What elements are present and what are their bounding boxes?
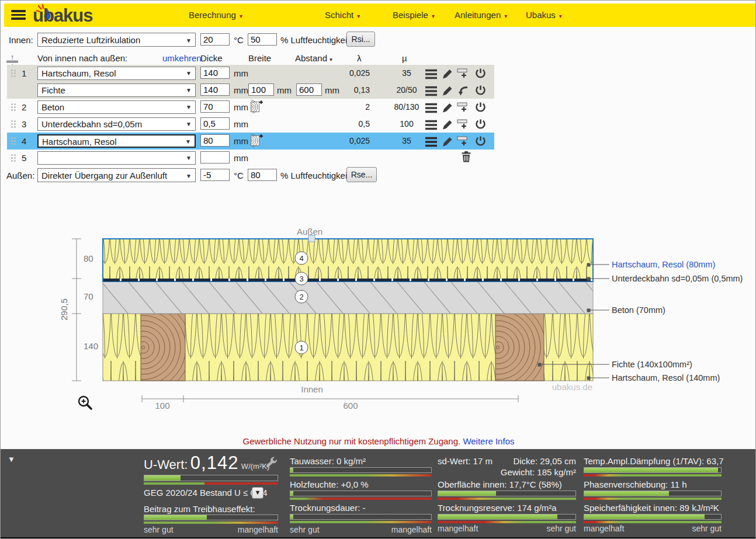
thickness-input-row3[interactable] [200,117,230,130]
layer4-insulation-selected[interactable] [103,239,593,281]
umkehren-link[interactable]: umkehren [162,53,202,63]
mm-unit: mm [277,85,292,95]
drag-handle[interactable] [11,69,13,71]
add-layer-icon[interactable] [457,102,470,113]
material-select-row1b[interactable]: Fichte ▼ [37,84,196,97]
aussen-material-select[interactable]: Direkter Übergang zur Außenluft ▼ [37,168,196,182]
thickness-input-row1[interactable] [200,67,230,79]
speicher-scale-strip [584,521,722,523]
zoom-in-icon[interactable] [79,397,91,409]
innen-label: Innen: [9,35,33,45]
menu-beispiele[interactable]: Beispiele▾ [393,10,435,20]
row-menu-icon[interactable] [425,86,438,96]
drag-handle[interactable] [11,137,13,139]
delete-trash-icon[interactable] [461,151,471,163]
scale-bar [142,395,518,402]
row-menu-icon[interactable] [425,137,438,147]
edit-pencil-icon[interactable] [442,68,453,80]
chevron-down-icon: ▼ [186,173,192,179]
power-toggle-icon[interactable] [475,119,487,130]
col-dicke: Dicke [200,53,223,63]
lambda-value: 0,025 [328,136,370,145]
row-menu-icon[interactable] [425,120,438,130]
dim-140: 140 [84,341,98,351]
callout-layer4[interactable]: Hartschaum, Resol (80mm) [612,260,715,269]
material-select-row5[interactable]: ▼ [37,151,196,165]
add-layer-icon[interactable] [457,135,470,147]
menu-ubakus[interactable]: Ubakus▾ [526,10,562,20]
add-beam-rings-icon[interactable] [251,134,264,147]
menu-schicht[interactable]: Schicht▾ [325,10,360,20]
hamburger-menu-icon[interactable] [11,10,26,20]
material-select-row1[interactable]: Hartschaum, Resol ▼ [37,67,196,80]
drag-handle[interactable] [11,154,13,156]
chevron-down-icon: ▾ [559,13,562,19]
menu-anleitungen[interactable]: Anleitungen▾ [455,10,507,20]
drag-handle[interactable] [11,103,13,105]
col-abstand[interactable]: Abstand ▾ [295,53,332,63]
callout-layer1[interactable]: Hartschaum, Resol (140mm) [612,373,720,382]
tav-gauge [584,467,722,473]
oberflaeche-scale-strip [438,498,576,500]
spacing-input-row1b[interactable] [296,84,322,96]
geg-dropdown-button[interactable]: ▼ [252,487,263,499]
temp-unit: °C [234,35,244,45]
innen-side-label: Innen [301,384,323,394]
dimension-lines [72,239,81,381]
thickness-input-row4[interactable] [200,134,230,147]
add-layer-icon[interactable] [457,68,470,79]
weitere-infos-link[interactable]: Weitere Infos [463,436,514,446]
edit-pencil-icon[interactable] [442,136,453,148]
layer2-concrete[interactable] [103,281,593,314]
width-input-row1b[interactable] [248,84,274,96]
construction-diagram[interactable]: 80 70 140 290,5 Außen Innen ubakus.de 4 … [1,225,756,421]
mm-unit: mm [234,102,248,112]
trocknungsreserve-label: Trocknungsreserve: 174 g/m²a [438,503,557,513]
thickness-input-row2[interactable] [200,100,230,113]
col-breite: Breite [248,53,271,63]
thickness-input-row5[interactable] [200,151,230,164]
marker-1: 1 [299,343,303,352]
aussen-temp-input[interactable] [200,169,230,181]
thickness-input-row1b[interactable] [200,84,230,96]
row-menu-icon[interactable] [425,69,438,79]
scale-label-good: sehr gut [290,525,320,534]
edit-pencil-icon[interactable] [442,85,453,97]
power-toggle-icon[interactable] [475,68,487,79]
material-select-row2[interactable]: Beton ▼ [37,100,196,114]
add-layer-icon[interactable] [457,119,470,130]
callout-layer2[interactable]: Beton (70mm) [612,305,665,315]
aussen-humidity-input[interactable] [248,169,277,181]
uwert-value: 0,142 [190,453,239,473]
callout-beam[interactable]: Fichte (140x100mm²) [612,360,692,369]
temp-unit: °C [234,171,244,180]
mu-value: 20/50 [386,85,427,95]
drag-handle[interactable] [11,120,13,122]
add-beam-rings-icon[interactable] [251,100,264,113]
row-menu-icon[interactable] [425,103,438,113]
power-toggle-icon[interactable] [475,135,487,147]
ubakus-logo[interactable]: ubakus [33,6,126,26]
material-select-row4[interactable]: Hartschaum, Resol ▼ [37,134,196,148]
settings-wrench-icon[interactable] [265,456,278,470]
callout-layer3[interactable]: Unterdeckbahn sd=0,05m (0,5mm) [612,274,743,283]
dim-70: 70 [84,291,93,301]
material-select-row3[interactable]: Unterdeckbahn sd=0,05m ▼ [37,117,196,131]
layer1-insulation[interactable] [95,300,593,395]
innen-material-select[interactable]: Reduzierte Luftzirkulation ▼ [37,33,196,47]
power-toggle-icon[interactable] [475,85,487,96]
edit-pencil-icon[interactable] [442,119,453,131]
mu-value: 35 [386,136,427,145]
humidity-unit: % Luftfeuchtigkeit [280,35,349,45]
mm-unit: mm [234,119,248,129]
innen-humidity-input[interactable] [248,33,277,46]
rse-button[interactable]: Rse... [346,167,377,182]
collapse-panel-icon[interactable]: ▼ [8,455,15,464]
menu-berechnung[interactable]: Berechnung▾ [189,10,242,20]
edit-pencil-icon[interactable] [442,102,453,114]
power-toggle-icon[interactable] [475,102,487,113]
gewicht-value: Gewicht: 185 kg/m² [438,467,576,477]
rotate-beam-icon[interactable] [457,85,469,96]
rsi-button[interactable]: Rsi... [346,32,375,47]
innen-temp-input[interactable] [200,33,230,46]
